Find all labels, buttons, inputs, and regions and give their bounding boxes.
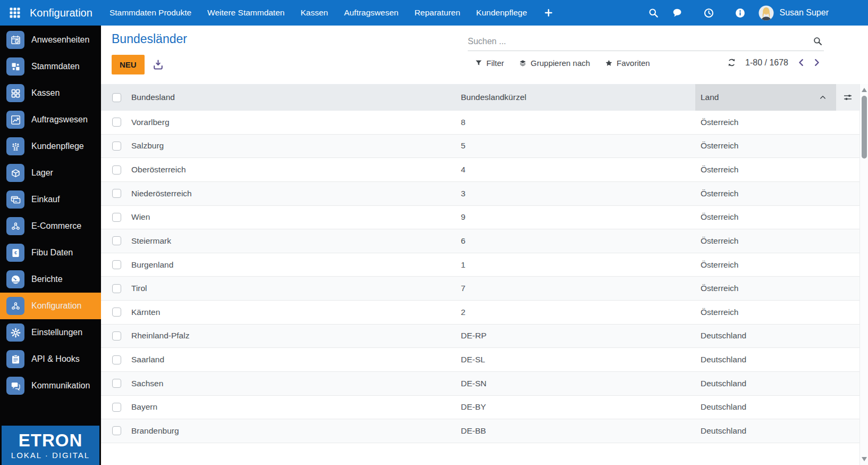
row-checkbox[interactable] — [112, 189, 121, 198]
sidebar-item-label: Lager — [31, 168, 53, 178]
sidebar-item-kassen[interactable]: Kassen — [0, 80, 101, 106]
cell-bundesland: Oberösterreich — [126, 158, 456, 181]
select-all-checkbox[interactable] — [112, 93, 121, 102]
header-checkbox-cell — [101, 84, 126, 111]
row-checkbox-cell — [101, 396, 126, 419]
cards-icon — [6, 190, 24, 209]
row-checkbox[interactable] — [112, 260, 121, 269]
row-checkbox[interactable] — [112, 403, 121, 412]
column-sliders-icon[interactable] — [842, 92, 853, 103]
top-menu-item-reparaturen[interactable]: Reparaturen — [415, 8, 460, 18]
sidebar-item-api-hooks[interactable]: API & Hooks — [0, 346, 101, 372]
table-row[interactable]: BayernDE-BYDeutschland — [101, 396, 859, 420]
table-row[interactable]: Niederösterreich3Österreich — [101, 182, 859, 206]
vertical-scrollbar[interactable] — [859, 84, 868, 465]
table-row[interactable]: Steiermark6Österreich — [101, 229, 859, 253]
table-row[interactable]: Kärnten2Österreich — [101, 301, 859, 325]
logo-subtext: LOKAL · DIGITAL — [11, 451, 90, 460]
export-download-icon[interactable] — [152, 59, 164, 71]
info-icon[interactable] — [735, 7, 746, 19]
table-row[interactable]: Rheinland-PfalzDE-RPDeutschland — [101, 325, 859, 348]
top-menu-item-auftragswesen[interactable]: Auftragswesen — [344, 8, 399, 18]
sidebar-item-kommunikation[interactable]: Kommunikation — [0, 372, 101, 399]
row-checkbox[interactable] — [112, 236, 121, 245]
row-checkbox[interactable] — [112, 213, 121, 222]
table-row[interactable]: Salzburg5Österreich — [101, 135, 859, 159]
sidebar-item-anwesenheiten[interactable]: Anwesenheiten — [0, 27, 101, 53]
sidebar-item-konfiguration[interactable]: Konfiguration — [0, 293, 101, 319]
table-row[interactable]: BrandenburgDE-BBDeutschland — [101, 419, 859, 443]
row-checkbox[interactable] — [112, 331, 121, 341]
row-checkbox[interactable] — [112, 142, 121, 151]
search-icon[interactable] — [648, 7, 659, 19]
row-checkbox[interactable] — [112, 284, 121, 293]
avatar[interactable] — [759, 5, 774, 21]
row-options-cell — [836, 182, 859, 205]
sidebar-item-label: Anwesenheiten — [31, 35, 89, 45]
chevron-right-icon[interactable] — [812, 58, 821, 67]
sidebar-item-stammdaten[interactable]: Stammdaten — [0, 53, 101, 80]
messages-icon[interactable] — [672, 7, 683, 19]
table-row[interactable]: Oberösterreich4Österreich — [101, 158, 859, 182]
sidebar-item-kundenpflege[interactable]: Kundenpflege — [0, 133, 101, 160]
cell-bundesland: Sachsen — [126, 372, 456, 395]
table-row[interactable]: SachsenDE-SNDeutschland — [101, 372, 859, 396]
row-checkbox[interactable] — [112, 165, 121, 175]
chevron-left-icon[interactable] — [797, 58, 806, 67]
top-menu-item-kassen[interactable]: Kassen — [300, 8, 328, 18]
table-row[interactable]: Tirol7Österreich — [101, 277, 859, 301]
scroll-down-arrow[interactable] — [862, 457, 867, 461]
table-row[interactable]: Burgenland1Österreich — [101, 253, 859, 277]
user-menu[interactable]: Susan Super — [759, 5, 829, 21]
favorites-button[interactable]: Favoriten — [605, 59, 650, 68]
row-checkbox[interactable] — [112, 118, 121, 127]
row-options-cell — [836, 419, 859, 443]
add-menu-icon[interactable] — [543, 7, 554, 18]
sidebar-item-einstellungen[interactable]: Einstellungen — [0, 319, 101, 346]
row-checkbox-cell — [101, 348, 126, 371]
scrollbar-thumb[interactable] — [862, 96, 867, 159]
network-icon — [6, 297, 24, 315]
new-record-button[interactable]: NEU — [112, 55, 145, 74]
row-checkbox[interactable] — [112, 379, 121, 388]
search-submit-icon[interactable] — [813, 36, 823, 46]
top-menu-item-weitere-stammdaten[interactable]: Weitere Stammdaten — [207, 8, 284, 18]
sidebar-item-berichte[interactable]: Berichte — [0, 266, 101, 293]
sidebar-item-lager[interactable]: Lager — [0, 160, 101, 186]
chat-duo-icon — [6, 377, 24, 395]
apps-grid-icon[interactable] — [9, 6, 21, 19]
row-checkbox[interactable] — [112, 355, 121, 364]
sidebar-item-label: Konfiguration — [31, 301, 81, 311]
refresh-icon[interactable] — [727, 57, 737, 68]
sidebar-item-fibu-daten[interactable]: €Fibu Daten — [0, 239, 101, 266]
column-header-land[interactable]: Land — [695, 84, 836, 111]
row-checkbox[interactable] — [112, 426, 121, 435]
app-title[interactable]: Konfiguration — [30, 7, 92, 19]
row-options-cell — [836, 372, 859, 395]
sidebar-item-label: Fibu Daten — [31, 248, 73, 258]
column-header-bundesland[interactable]: Bundesland — [126, 84, 456, 111]
row-checkbox-cell — [101, 182, 126, 205]
cell-land: Deutschland — [695, 396, 836, 419]
sidebar-item-einkauf[interactable]: Einkauf — [0, 186, 101, 213]
cell-bundesland: Vorarlberg — [126, 111, 456, 134]
activity-clock-icon[interactable] — [703, 7, 714, 19]
table-row[interactable]: Vorarlberg8Österreich — [101, 111, 859, 135]
top-menu-item-kundenpflege[interactable]: Kundenpflege — [476, 8, 527, 18]
column-header-kuerzel[interactable]: Bundeslandkürzel — [456, 84, 695, 111]
search-input[interactable] — [468, 32, 824, 51]
sidebar-item-auftragswesen[interactable]: Auftragswesen — [0, 106, 101, 133]
pager-range[interactable]: 1-80 / 1678 — [745, 58, 788, 68]
group-by-button[interactable]: Gruppieren nach — [519, 59, 590, 68]
sidebar-item-e-commerce[interactable]: E-Commerce — [0, 213, 101, 239]
sidebar-item-label: Kassen — [31, 88, 60, 98]
scroll-up-arrow[interactable] — [862, 88, 867, 92]
table-row[interactable]: Wien9Österreich — [101, 206, 859, 230]
sidebar-item-label: API & Hooks — [31, 354, 80, 364]
row-checkbox[interactable] — [112, 308, 121, 317]
filter-button[interactable]: Filter — [475, 59, 504, 68]
cell-bundesland: Rheinland-Pfalz — [126, 325, 456, 348]
top-menu-item-stammdaten-produkte[interactable]: Stammdaten Produkte — [109, 8, 191, 18]
cell-bundesland: Kärnten — [126, 301, 456, 324]
table-row[interactable]: SaarlandDE-SLDeutschland — [101, 348, 859, 372]
